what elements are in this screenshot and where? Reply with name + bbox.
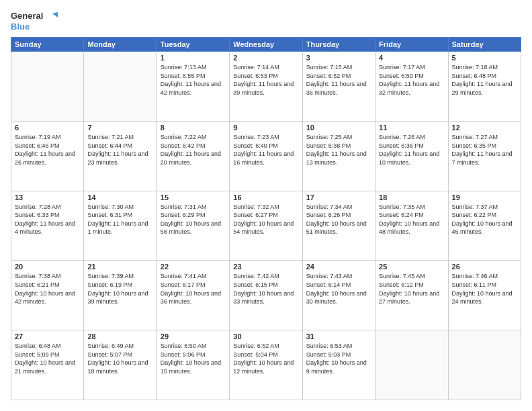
day-info: Sunrise: 7:32 AM Sunset: 6:27 PM Dayligh… xyxy=(233,203,298,236)
week-row-3: 13Sunrise: 7:28 AM Sunset: 6:33 PM Dayli… xyxy=(11,191,521,261)
day-number: 7 xyxy=(87,124,152,132)
day-info: Sunrise: 7:34 AM Sunset: 6:26 PM Dayligh… xyxy=(306,203,371,236)
week-row-2: 6Sunrise: 7:19 AM Sunset: 6:46 PM Daylig… xyxy=(11,121,521,191)
calendar-cell: 6Sunrise: 7:19 AM Sunset: 6:46 PM Daylig… xyxy=(11,121,84,191)
logo-general: General xyxy=(11,11,43,21)
calendar-cell: 11Sunrise: 7:26 AM Sunset: 6:36 PM Dayli… xyxy=(375,121,448,191)
calendar-cell: 18Sunrise: 7:35 AM Sunset: 6:24 PM Dayli… xyxy=(375,191,448,261)
day-number: 19 xyxy=(452,193,517,201)
weekday-header-wednesday: Wednesday xyxy=(230,38,302,52)
weekday-header-sunday: Sunday xyxy=(11,38,84,52)
day-number: 20 xyxy=(15,263,80,271)
day-number: 5 xyxy=(452,54,517,62)
weekday-header-row: SundayMondayTuesdayWednesdayThursdayFrid… xyxy=(11,38,521,52)
day-number: 14 xyxy=(87,193,152,201)
weekday-header-saturday: Saturday xyxy=(448,38,521,52)
day-number: 2 xyxy=(233,54,298,62)
calendar-cell: 21Sunrise: 7:39 AM Sunset: 6:19 PM Dayli… xyxy=(84,261,157,330)
page: General Blue SundayMondayTuesdayWednesda… xyxy=(0,0,532,411)
calendar-cell xyxy=(375,330,448,400)
day-number: 9 xyxy=(233,124,298,132)
day-number: 4 xyxy=(379,54,444,62)
calendar-cell: 30Sunrise: 6:52 AM Sunset: 5:04 PM Dayli… xyxy=(230,330,302,400)
day-number: 12 xyxy=(452,124,517,132)
day-info: Sunrise: 7:13 AM Sunset: 6:55 PM Dayligh… xyxy=(161,63,226,97)
calendar-cell: 4Sunrise: 7:17 AM Sunset: 6:50 PM Daylig… xyxy=(375,52,448,122)
day-info: Sunrise: 7:18 AM Sunset: 6:48 PM Dayligh… xyxy=(452,63,517,97)
calendar-cell: 24Sunrise: 7:43 AM Sunset: 6:14 PM Dayli… xyxy=(302,261,375,330)
calendar-cell: 19Sunrise: 7:37 AM Sunset: 6:22 PM Dayli… xyxy=(448,191,521,261)
day-info: Sunrise: 7:15 AM Sunset: 6:52 PM Dayligh… xyxy=(306,63,371,97)
calendar-cell: 9Sunrise: 7:23 AM Sunset: 6:40 PM Daylig… xyxy=(230,121,302,191)
day-info: Sunrise: 7:42 AM Sunset: 6:15 PM Dayligh… xyxy=(233,272,298,306)
logo-blue: Blue xyxy=(11,21,30,32)
header: General Blue xyxy=(11,11,521,32)
day-info: Sunrise: 7:28 AM Sunset: 6:33 PM Dayligh… xyxy=(15,203,80,236)
calendar-cell: 7Sunrise: 7:21 AM Sunset: 6:44 PM Daylig… xyxy=(84,121,157,191)
svg-marker-0 xyxy=(52,12,58,17)
day-number: 27 xyxy=(15,332,80,340)
calendar-cell: 5Sunrise: 7:18 AM Sunset: 6:48 PM Daylig… xyxy=(448,52,521,122)
week-row-1: 1Sunrise: 7:13 AM Sunset: 6:55 PM Daylig… xyxy=(11,52,521,122)
week-row-4: 20Sunrise: 7:38 AM Sunset: 6:21 PM Dayli… xyxy=(11,261,521,330)
weekday-header-monday: Monday xyxy=(84,38,157,52)
day-number: 17 xyxy=(306,193,371,201)
calendar-cell xyxy=(11,52,84,122)
calendar-cell: 2Sunrise: 7:14 AM Sunset: 6:53 PM Daylig… xyxy=(230,52,302,122)
day-number: 15 xyxy=(161,193,226,201)
calendar-table: SundayMondayTuesdayWednesdayThursdayFrid… xyxy=(11,37,521,400)
calendar-cell: 8Sunrise: 7:22 AM Sunset: 6:42 PM Daylig… xyxy=(157,121,229,191)
calendar-cell: 15Sunrise: 7:31 AM Sunset: 6:29 PM Dayli… xyxy=(157,191,229,261)
day-info: Sunrise: 7:43 AM Sunset: 6:14 PM Dayligh… xyxy=(306,272,371,306)
day-info: Sunrise: 6:49 AM Sunset: 5:07 PM Dayligh… xyxy=(87,342,152,375)
day-number: 21 xyxy=(87,263,152,271)
day-number: 16 xyxy=(233,193,298,201)
calendar-cell: 28Sunrise: 6:49 AM Sunset: 5:07 PM Dayli… xyxy=(84,330,157,400)
calendar-cell: 3Sunrise: 7:15 AM Sunset: 6:52 PM Daylig… xyxy=(302,52,375,122)
day-info: Sunrise: 7:45 AM Sunset: 6:12 PM Dayligh… xyxy=(379,272,444,306)
day-number: 24 xyxy=(306,263,371,271)
day-number: 22 xyxy=(161,263,226,271)
calendar-cell xyxy=(84,52,157,122)
day-number: 26 xyxy=(452,263,517,271)
day-info: Sunrise: 7:46 AM Sunset: 6:11 PM Dayligh… xyxy=(452,272,517,306)
calendar-cell: 17Sunrise: 7:34 AM Sunset: 6:26 PM Dayli… xyxy=(302,191,375,261)
calendar-cell: 22Sunrise: 7:41 AM Sunset: 6:17 PM Dayli… xyxy=(157,261,229,330)
calendar-cell: 27Sunrise: 6:48 AM Sunset: 5:09 PM Dayli… xyxy=(11,330,84,400)
calendar-cell: 29Sunrise: 6:50 AM Sunset: 5:06 PM Dayli… xyxy=(157,330,229,400)
day-info: Sunrise: 7:27 AM Sunset: 6:35 PM Dayligh… xyxy=(452,133,517,167)
day-number: 28 xyxy=(87,332,152,340)
weekday-header-friday: Friday xyxy=(375,38,448,52)
day-number: 25 xyxy=(379,263,444,271)
calendar-cell: 20Sunrise: 7:38 AM Sunset: 6:21 PM Dayli… xyxy=(11,261,84,330)
day-info: Sunrise: 7:41 AM Sunset: 6:17 PM Dayligh… xyxy=(161,272,226,306)
day-info: Sunrise: 7:17 AM Sunset: 6:50 PM Dayligh… xyxy=(379,63,444,97)
calendar-cell: 12Sunrise: 7:27 AM Sunset: 6:35 PM Dayli… xyxy=(448,121,521,191)
day-info: Sunrise: 6:52 AM Sunset: 5:04 PM Dayligh… xyxy=(233,342,298,375)
day-info: Sunrise: 7:31 AM Sunset: 6:29 PM Dayligh… xyxy=(161,203,226,236)
calendar-cell xyxy=(448,330,521,400)
day-info: Sunrise: 6:48 AM Sunset: 5:09 PM Dayligh… xyxy=(15,342,80,375)
day-info: Sunrise: 7:19 AM Sunset: 6:46 PM Dayligh… xyxy=(15,133,80,167)
day-number: 6 xyxy=(15,124,80,132)
day-number: 3 xyxy=(306,54,371,62)
weekday-header-tuesday: Tuesday xyxy=(157,38,229,52)
day-number: 29 xyxy=(161,332,226,340)
calendar-cell: 1Sunrise: 7:13 AM Sunset: 6:55 PM Daylig… xyxy=(157,52,229,122)
day-info: Sunrise: 7:23 AM Sunset: 6:40 PM Dayligh… xyxy=(233,133,298,167)
calendar-cell: 31Sunrise: 6:53 AM Sunset: 5:03 PM Dayli… xyxy=(302,330,375,400)
day-info: Sunrise: 6:50 AM Sunset: 5:06 PM Dayligh… xyxy=(161,342,226,375)
calendar-cell: 26Sunrise: 7:46 AM Sunset: 6:11 PM Dayli… xyxy=(448,261,521,330)
calendar-cell: 14Sunrise: 7:30 AM Sunset: 6:31 PM Dayli… xyxy=(84,191,157,261)
logo: General Blue xyxy=(11,11,58,32)
day-number: 11 xyxy=(379,124,444,132)
day-number: 23 xyxy=(233,263,298,271)
calendar-cell: 23Sunrise: 7:42 AM Sunset: 6:15 PM Dayli… xyxy=(230,261,302,330)
day-info: Sunrise: 7:30 AM Sunset: 6:31 PM Dayligh… xyxy=(87,203,152,236)
week-row-5: 27Sunrise: 6:48 AM Sunset: 5:09 PM Dayli… xyxy=(11,330,521,400)
calendar-cell: 13Sunrise: 7:28 AM Sunset: 6:33 PM Dayli… xyxy=(11,191,84,261)
day-info: Sunrise: 7:37 AM Sunset: 6:22 PM Dayligh… xyxy=(452,203,517,236)
day-number: 30 xyxy=(233,332,298,340)
day-info: Sunrise: 6:53 AM Sunset: 5:03 PM Dayligh… xyxy=(306,342,371,375)
logo-bird-icon xyxy=(47,12,58,21)
